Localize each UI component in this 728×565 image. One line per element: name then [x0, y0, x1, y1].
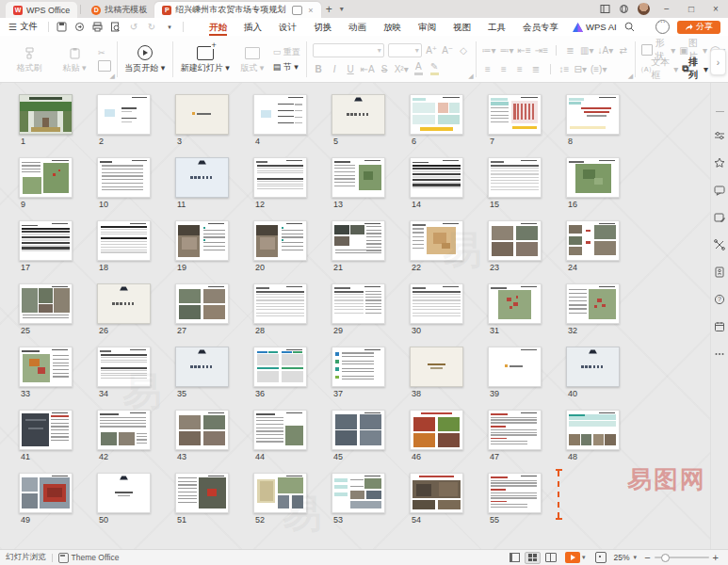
slide-thumbnail-4[interactable]	[253, 94, 307, 135]
slide-thumbnail-47[interactable]	[488, 410, 542, 450]
slide-sorter-view-button[interactable]	[525, 552, 541, 564]
slide-thumbnail-6[interactable]	[410, 94, 463, 135]
align-right-icon[interactable]: ≡	[514, 62, 526, 75]
slide-thumbnail-5[interactable]	[332, 94, 385, 135]
shapes-button[interactable]: 形状 ▾	[641, 43, 675, 56]
slide-thumbnail-9[interactable]	[19, 157, 73, 198]
search-icon[interactable]	[624, 22, 635, 32]
comment-bubble-icon[interactable]	[292, 6, 302, 15]
slide-thumbnail-30[interactable]	[410, 283, 463, 324]
slide-thumbnail-2[interactable]	[97, 94, 151, 135]
highlight-button[interactable]: ✎	[429, 62, 441, 75]
slide-thumbnail-12[interactable]	[253, 157, 307, 198]
settings-icon[interactable]	[711, 121, 728, 149]
cut-icon[interactable]: ✂	[98, 48, 111, 57]
convert-smartart-icon[interactable]: ⇄	[617, 43, 629, 56]
slide-thumbnail-20[interactable]	[253, 220, 307, 261]
slide-thumbnail-44[interactable]	[253, 410, 307, 450]
tab-close-icon[interactable]: ×	[308, 6, 313, 15]
justify-icon[interactable]: ≣	[530, 62, 542, 75]
slide-thumbnail-36[interactable]	[253, 347, 307, 387]
columns-icon[interactable]: ▥▾	[580, 43, 593, 56]
bold-button[interactable]: B	[313, 62, 325, 75]
quick-access-caret-icon[interactable]: ▾	[164, 22, 175, 33]
new-slide-button[interactable]: 新建幻灯片 ▾	[179, 44, 232, 74]
file-menu[interactable]: ☰ 文件	[0, 21, 44, 33]
slide-thumbnail-53[interactable]	[332, 473, 385, 513]
bullets-icon[interactable]: ≔▾	[482, 43, 496, 56]
reset-button[interactable]: ▭ 重置	[273, 46, 300, 58]
increase-font-icon[interactable]: A⁺	[426, 43, 438, 56]
zoom-caret-icon[interactable]: ▾	[634, 554, 638, 561]
menu-item-1[interactable]: 开始	[201, 18, 235, 36]
increase-indent-icon[interactable]: ⇥≡	[535, 43, 548, 56]
minimize-button[interactable]: −	[655, 0, 679, 18]
slide-thumbnail-51[interactable]	[175, 473, 229, 513]
slide-thumbnail-24[interactable]	[566, 220, 620, 261]
clear-format-icon[interactable]: ◇	[458, 43, 470, 56]
comment-icon[interactable]	[711, 176, 728, 203]
workspace-panel-icon[interactable]	[595, 0, 614, 18]
print-preview-icon[interactable]	[110, 22, 121, 33]
more-icon[interactable]	[711, 340, 728, 367]
play-from-current-button[interactable]: 当页开始 ▾	[123, 44, 167, 74]
slide-thumbnail-3[interactable]	[175, 94, 229, 135]
font-color-button[interactable]: A	[413, 62, 425, 75]
slide-thumbnail-17[interactable]	[19, 220, 73, 261]
arrange-button[interactable]: ⧉ 排列 ▾	[682, 62, 708, 75]
slide-thumbnail-13[interactable]	[332, 157, 385, 198]
menu-item-4[interactable]: 切换	[305, 18, 340, 36]
copy-icon[interactable]	[98, 60, 111, 72]
save-icon[interactable]	[57, 22, 68, 33]
slide-thumbnail-7[interactable]	[488, 94, 542, 135]
slide-thumbnail-39[interactable]	[488, 347, 542, 387]
zoom-slider-thumb[interactable]	[661, 554, 670, 562]
slide-thumbnail-1[interactable]	[19, 94, 73, 135]
char-spacing-icon[interactable]: ⇤A	[361, 62, 375, 75]
superscript-button[interactable]: X²▾	[395, 62, 409, 75]
star-icon[interactable]	[711, 149, 728, 176]
align-center-icon[interactable]: ≡	[498, 62, 510, 75]
play-options-caret-icon[interactable]: ▾	[582, 554, 586, 561]
zoom-out-button[interactable]: −	[640, 552, 654, 563]
slide-thumbnail-10[interactable]	[97, 157, 151, 198]
slideshow-play-button[interactable]	[565, 552, 580, 563]
line-spacing-icon[interactable]: ↕≡	[558, 62, 571, 75]
layout-button[interactable]: 版式 ▾	[234, 44, 271, 74]
slide-thumbnail-31[interactable]	[488, 283, 542, 324]
slide-thumbnail-54[interactable]	[410, 473, 463, 513]
slide-thumbnail-27[interactable]	[175, 283, 229, 324]
align-left-icon[interactable]: ≡	[482, 62, 494, 75]
clipboard-dialog-launcher-icon[interactable]: ◢	[110, 73, 115, 80]
slide-thumbnail-25[interactable]	[19, 283, 73, 324]
image-edit-icon[interactable]	[711, 203, 728, 231]
theme-button[interactable]: Theme Office	[58, 553, 120, 563]
redo-icon[interactable]: ↻	[146, 22, 157, 33]
font-dialog-launcher-icon[interactable]: ◢	[468, 73, 473, 80]
menu-item-2[interactable]: 插入	[235, 18, 270, 36]
underline-button[interactable]: U	[345, 62, 357, 75]
font-size-combo[interactable]: ▾	[388, 43, 422, 57]
slide-thumbnail-50[interactable]	[97, 473, 151, 513]
menu-item-5[interactable]: 动画	[340, 18, 375, 36]
decrease-indent-icon[interactable]: ⇤≡	[518, 43, 531, 56]
feedback-icon[interactable]	[655, 20, 670, 34]
contacts-icon[interactable]	[711, 258, 728, 285]
numbering-icon[interactable]: ≕▾	[500, 43, 514, 56]
tab-list-caret-icon[interactable]: ▾	[337, 5, 347, 13]
text-direction-icon[interactable]: ↓A▾	[597, 43, 613, 56]
zoom-level[interactable]: 25%	[614, 553, 630, 562]
slide-thumbnail-23[interactable]	[488, 220, 542, 261]
slide-thumbnail-35[interactable]	[175, 347, 229, 387]
format-painter-button[interactable]: 格式刷	[8, 44, 51, 74]
export-icon[interactable]	[74, 22, 86, 33]
menu-item-9[interactable]: 工具	[479, 18, 514, 36]
slide-thumbnail-49[interactable]	[19, 473, 73, 513]
user-avatar[interactable]	[638, 3, 650, 15]
picture-button[interactable]: ▣ 图片 ▾	[679, 43, 707, 56]
paste-button[interactable]: 粘贴 ▾	[53, 44, 96, 74]
tab-wps-home[interactable]: W WPS Office	[6, 2, 77, 18]
maximize-button[interactable]: □	[679, 0, 704, 18]
slide-thumbnail-21[interactable]	[332, 220, 385, 261]
menu-item-10[interactable]: 会员专享	[514, 18, 567, 36]
